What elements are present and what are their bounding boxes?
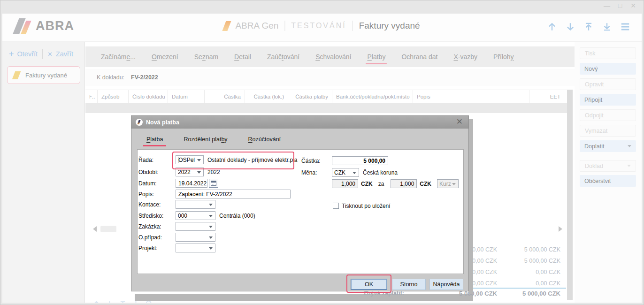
summary-amount-local: 0,00 CZK — [509, 269, 560, 275]
scroll-left-arrow[interactable] — [93, 226, 97, 232]
attach-button[interactable]: Připojit — [580, 94, 636, 106]
abra-logo-icon — [15, 18, 31, 34]
field-row-kontace: Kontace: — [138, 200, 215, 209]
new-button[interactable]: Nový — [580, 63, 636, 75]
tab-prilohy[interactable]: Přílohy — [485, 46, 522, 67]
document-bar: K dokladu: FV-2/2022 — [85, 69, 575, 86]
kurz-amount-to-input[interactable]: 1,000 — [391, 179, 417, 188]
sidebar-item-faktury-vydane[interactable]: Faktury vydané — [7, 66, 80, 84]
summary-amount-local: 0,00 CZK — [509, 280, 560, 287]
column-header-castka-lok[interactable]: Částka (lok.) — [245, 90, 288, 103]
edit-button[interactable]: Opravit — [580, 78, 636, 90]
tab-omezeni[interactable]: Omezení — [144, 46, 186, 67]
abra-slash-icon — [222, 21, 231, 31]
tab-zaciname[interactable]: Začínáme... — [93, 46, 144, 67]
summary-amount-local: 5 000,00 CZK — [509, 258, 560, 264]
kurz-currency-from: CZK — [361, 181, 373, 187]
field-row-castka: Částka: 5 000,00 — [301, 156, 388, 165]
dialog-tab-platba[interactable]: Platba — [146, 136, 163, 146]
maximize-button[interactable]: □ — [616, 2, 624, 9]
column-header-castka[interactable]: Částka — [205, 90, 245, 103]
close-button[interactable]: ✕ — [629, 2, 637, 9]
tab-seznam[interactable]: Seznam — [186, 46, 226, 67]
tab-schvalovani[interactable]: Schvalování — [307, 46, 359, 67]
open-button[interactable]: + Otevřít — [9, 50, 38, 58]
stredisko-combobox[interactable]: 000 — [176, 211, 215, 220]
obdobi-combobox[interactable]: 2022 — [176, 168, 204, 176]
column-header-bank-ucet[interactable]: Bank.účet/pokladna/pokl.místo — [332, 90, 413, 103]
tab-detail[interactable]: Detail — [226, 46, 259, 67]
arrow-up-icon[interactable] — [92, 300, 100, 303]
column-header-popis[interactable]: Popis — [413, 90, 529, 103]
kurz-amount-from-input[interactable]: 1,000 — [332, 179, 358, 188]
refresh-button[interactable]: Občerstvit — [580, 175, 636, 187]
arrow-down-icon[interactable] — [106, 300, 114, 303]
print-after-save-checkbox[interactable] — [333, 203, 339, 209]
detach-button[interactable]: Odpojit — [580, 109, 636, 121]
tab-x-vazby[interactable]: X-vazby — [445, 46, 485, 67]
popis-label: Popis: — [138, 191, 176, 198]
popis-input[interactable]: Zaplacení: FV-2/2022 — [176, 190, 291, 198]
vertical-scrollbar[interactable] — [567, 90, 573, 300]
print-button[interactable]: Tisk — [580, 47, 636, 59]
tab-platby[interactable]: Platby — [359, 46, 393, 67]
field-row-zakazka: Zakázka: — [138, 222, 215, 231]
castka-input[interactable]: 5 000,00 — [332, 156, 388, 165]
rada-combobox[interactable]: OSPel — [176, 155, 204, 164]
divider — [42, 49, 43, 59]
column-header-flag[interactable]: ⊦.. — [85, 90, 98, 103]
title-separator — [353, 21, 353, 31]
delete-button[interactable]: Vymazat — [580, 125, 636, 137]
app-header: ABRA ABRA Gen TESTOVÁNÍ Faktury vydané — [2, 14, 642, 42]
column-header-castka-platby[interactable]: Částka platby — [288, 90, 332, 103]
projekt-combobox[interactable] — [176, 244, 215, 252]
field-row-mena: Měna: CZK Česká koruna — [301, 168, 398, 177]
datum-input[interactable]: 19.04.2022 — [176, 179, 207, 188]
field-row-tisknout: Tisknout po uložení — [333, 201, 391, 210]
plus-icon: + — [9, 51, 14, 57]
minimize-button[interactable]: — — [603, 2, 611, 9]
column-header-zpusob[interactable]: Způsob — [98, 90, 129, 103]
dialog-titlebar[interactable]: Nová platba ✕ — [131, 116, 468, 129]
horizontal-scrollbar-thumb[interactable] — [100, 226, 116, 232]
sidebar-actions: + Otevřít ✕ Zavřít — [9, 49, 73, 59]
remaining-amount-local: 5 000,00 CZK — [509, 290, 560, 297]
dialog-tab-rozdeleni-platby[interactable]: Rozdělení platby — [184, 136, 227, 146]
document-button[interactable]: Doklad — [580, 160, 636, 172]
arrow-down-icon[interactable] — [565, 22, 575, 32]
dialog-tab-rozuctovani[interactable]: Rozúčtování — [248, 136, 281, 146]
stredisko-label: Středisko: — [138, 213, 176, 219]
kontace-label: Kontace: — [138, 201, 176, 208]
opripad-combobox[interactable] — [176, 233, 215, 242]
arrow-to-top-icon[interactable] — [119, 300, 127, 303]
tab-ochrana-dat[interactable]: Ochrana dat — [393, 46, 445, 67]
menu-icon[interactable] — [620, 22, 630, 32]
kurz-combobox[interactable]: Kurz — [437, 179, 459, 188]
column-header-eet[interactable]: EET — [529, 90, 567, 103]
calendar-button[interactable] — [209, 179, 218, 188]
close-tab-button[interactable]: ✕ Zavřít — [47, 50, 73, 58]
datum-label: Datum: — [138, 180, 176, 187]
scroll-right-arrow[interactable] — [559, 226, 562, 232]
kontace-combobox[interactable] — [176, 200, 215, 209]
castka-label: Částka: — [301, 158, 332, 164]
help-button[interactable]: Nápověda — [429, 279, 463, 290]
dialog-close-icon[interactable]: ✕ — [456, 117, 463, 127]
field-row-rada: Řada: OSPel Ostatní doklady - příjmové e… — [138, 155, 297, 164]
column-header-datum[interactable]: Datum — [168, 90, 205, 103]
close-icon: ✕ — [47, 51, 53, 58]
pay-rest-button[interactable]: Doplatit — [580, 140, 636, 152]
zakazka-combobox[interactable] — [176, 222, 215, 231]
arrow-up-icon[interactable] — [547, 22, 557, 32]
ok-button[interactable]: OK — [351, 279, 387, 290]
mena-combobox[interactable]: CZK — [332, 168, 359, 177]
arrow-to-bottom-icon[interactable] — [602, 22, 612, 32]
tab-zauctovani[interactable]: Zaúčtování — [259, 46, 307, 67]
cancel-button[interactable]: Storno — [392, 279, 426, 290]
column-header-cislo-dokladu[interactable]: Číslo dokladu — [129, 90, 168, 103]
abra-logo: ABRA — [15, 18, 74, 34]
arrow-to-top-icon[interactable] — [583, 22, 594, 32]
summary-divider — [471, 288, 566, 289]
table-row[interactable] — [85, 103, 567, 113]
chevron-down-icon — [628, 145, 631, 147]
